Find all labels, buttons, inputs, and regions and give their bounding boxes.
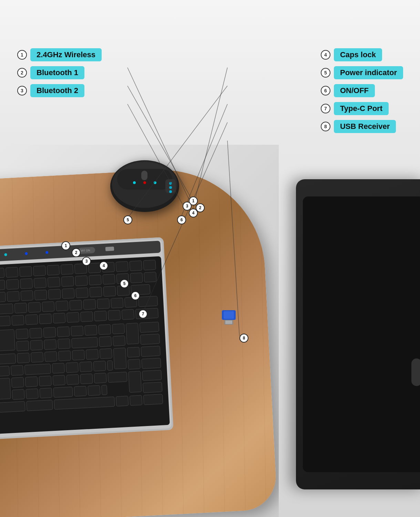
svg-rect-93 bbox=[58, 338, 70, 349]
usb-dongle-container bbox=[220, 310, 241, 329]
svg-rect-74 bbox=[80, 312, 93, 322]
svg-rect-45 bbox=[144, 272, 156, 282]
svg-rect-81 bbox=[30, 328, 42, 338]
usb-dongle-svg bbox=[220, 310, 241, 327]
svg-text:OFF ON: OFF ON bbox=[80, 249, 90, 253]
svg-point-5 bbox=[143, 181, 146, 184]
svg-rect-122 bbox=[39, 376, 51, 386]
svg-rect-83 bbox=[57, 327, 70, 337]
svg-rect-134 bbox=[74, 386, 86, 396]
svg-point-11 bbox=[169, 190, 172, 193]
label-tag-right-6: ON/OFF bbox=[334, 84, 375, 97]
svg-rect-77 bbox=[122, 310, 134, 320]
svg-rect-30 bbox=[102, 262, 114, 272]
label-number-right-7: 7 bbox=[321, 104, 330, 113]
svg-rect-62 bbox=[70, 300, 82, 311]
mouse-svg bbox=[107, 155, 183, 214]
svg-rect-67 bbox=[138, 296, 157, 307]
svg-rect-92 bbox=[44, 339, 57, 350]
svg-rect-44 bbox=[130, 273, 143, 283]
svg-rect-48 bbox=[21, 291, 33, 301]
svg-rect-123 bbox=[53, 375, 65, 385]
svg-rect-80 bbox=[16, 329, 28, 339]
label-row-right-7: 7 Type-C Port bbox=[321, 102, 403, 115]
svg-rect-54 bbox=[103, 286, 116, 296]
label-tag-right-8: USB Receiver bbox=[334, 120, 396, 133]
svg-rect-56 bbox=[131, 284, 150, 295]
label-row-3: 3 Bluetooth 2 bbox=[17, 84, 102, 97]
svg-rect-113 bbox=[66, 362, 78, 373]
svg-rect-66 bbox=[124, 297, 137, 307]
label-row-right-5: 5 Power indicator bbox=[321, 66, 403, 79]
svg-rect-119 bbox=[0, 378, 11, 399]
svg-rect-50 bbox=[48, 289, 61, 300]
svg-rect-37 bbox=[34, 278, 46, 288]
svg-rect-42 bbox=[103, 274, 115, 284]
svg-rect-94 bbox=[71, 337, 98, 348]
svg-rect-99 bbox=[17, 353, 29, 363]
svg-rect-137 bbox=[143, 382, 162, 393]
svg-rect-143 bbox=[143, 394, 163, 405]
svg-rect-65 bbox=[111, 298, 123, 308]
svg-rect-28 bbox=[74, 264, 87, 274]
svg-rect-124 bbox=[66, 374, 79, 385]
label-row-right-4: 4 Caps lock bbox=[321, 48, 403, 61]
svg-rect-90 bbox=[17, 341, 29, 351]
svg-rect-138 bbox=[0, 402, 25, 413]
svg-rect-127 bbox=[108, 372, 127, 383]
svg-rect-111 bbox=[24, 364, 51, 375]
label-tag-right-4: Caps lock bbox=[334, 48, 382, 61]
labels-left: 1 2.4GHz Wireless 2 Bluetooth 1 3 Blueto… bbox=[17, 48, 102, 133]
svg-rect-95 bbox=[99, 336, 111, 347]
svg-rect-59 bbox=[28, 302, 41, 313]
label-number-1: 1 bbox=[17, 50, 27, 60]
svg-rect-117 bbox=[128, 359, 140, 369]
svg-rect-58 bbox=[14, 303, 27, 313]
svg-rect-145 bbox=[224, 311, 234, 319]
svg-rect-78 bbox=[135, 308, 158, 319]
svg-rect-63 bbox=[83, 299, 96, 310]
svg-rect-110 bbox=[11, 365, 23, 376]
svg-rect-97 bbox=[140, 334, 160, 345]
label-number-right-6: 6 bbox=[321, 86, 330, 95]
svg-rect-27 bbox=[61, 264, 73, 275]
svg-rect-31 bbox=[116, 261, 128, 272]
svg-rect-101 bbox=[44, 352, 57, 362]
svg-rect-105 bbox=[100, 348, 112, 359]
label-row-right-8: 8 USB Receiver bbox=[321, 120, 403, 133]
labels-area: 1 2.4GHz Wireless 2 Bluetooth 1 3 Blueto… bbox=[17, 48, 403, 133]
label-tag-3: Bluetooth 2 bbox=[30, 84, 84, 97]
svg-rect-7 bbox=[141, 171, 147, 180]
svg-rect-26 bbox=[47, 265, 59, 275]
svg-rect-32 bbox=[130, 261, 142, 271]
svg-rect-49 bbox=[34, 290, 47, 300]
svg-rect-25 bbox=[33, 266, 45, 276]
svg-rect-76 bbox=[108, 310, 120, 321]
svg-rect-38 bbox=[48, 277, 60, 287]
svg-rect-133 bbox=[53, 387, 73, 397]
svg-rect-125 bbox=[80, 374, 93, 384]
label-tag-1: 2.4GHz Wireless bbox=[30, 48, 102, 61]
svg-rect-141 bbox=[116, 396, 128, 406]
label-row-right-6: 6 ON/OFF bbox=[321, 84, 403, 97]
svg-point-4 bbox=[133, 181, 136, 184]
device-screen bbox=[303, 196, 420, 472]
keyboard-svg: OFF ON bbox=[0, 236, 188, 446]
svg-rect-52 bbox=[76, 288, 88, 298]
scroll-wheel bbox=[411, 358, 420, 386]
svg-rect-41 bbox=[89, 275, 101, 285]
svg-rect-130 bbox=[12, 389, 24, 400]
svg-rect-33 bbox=[143, 260, 156, 270]
mouse-container bbox=[107, 155, 183, 215]
svg-rect-107 bbox=[127, 347, 140, 357]
svg-rect-75 bbox=[94, 311, 106, 321]
label-number-right-4: 4 bbox=[321, 50, 330, 60]
svg-rect-98 bbox=[0, 354, 16, 364]
svg-rect-70 bbox=[25, 314, 38, 325]
svg-rect-64 bbox=[97, 298, 110, 309]
svg-rect-114 bbox=[80, 362, 92, 372]
svg-rect-91 bbox=[30, 340, 43, 351]
svg-rect-96 bbox=[113, 336, 125, 346]
svg-rect-43 bbox=[116, 273, 129, 284]
svg-rect-60 bbox=[42, 302, 54, 312]
